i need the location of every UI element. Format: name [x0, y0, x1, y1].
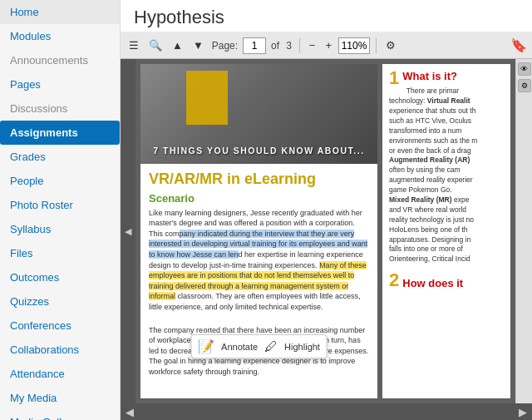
- sidebar-item-syllabus[interactable]: Syllabus: [0, 217, 120, 241]
- sidebar-item-attendance[interactable]: Attendance: [0, 362, 120, 386]
- pdf-bottom-nav: ◀ ▶: [121, 403, 532, 420]
- pdf-pages: 7 THINGS YOU SHOULD KNOW ABOUT... VR/AR/…: [135, 59, 515, 403]
- sidebar-item-media-gallery[interactable]: Media Gallery: [0, 410, 120, 420]
- sidebar-item-home[interactable]: Home: [0, 0, 120, 24]
- next-page-btn[interactable]: ▼: [190, 37, 207, 53]
- highlight-button[interactable]: Highlight: [284, 342, 320, 352]
- page-of-label: of: [271, 40, 279, 52]
- right-section-2-heading: How does it: [402, 276, 463, 291]
- right-section-1-number: 1: [389, 69, 399, 87]
- right-section-2-heading-wrap: 2 How does it: [389, 271, 504, 294]
- sidebar-item-quizzes[interactable]: Quizzes: [0, 289, 120, 314]
- pdf-side-panel: 👁 ⚙: [515, 59, 532, 403]
- prev-page-btn[interactable]: ▲: [169, 37, 186, 53]
- page-header-title: 7 THINGS YOU SHOULD KNOW ABOUT...: [140, 146, 377, 156]
- sidebar-item-photo-roster[interactable]: Photo Roster: [0, 193, 120, 217]
- pdf-scroll-left[interactable]: ◀: [121, 59, 135, 403]
- right-section-1-heading: What is it?: [389, 69, 504, 84]
- sidebar-item-pages[interactable]: Pages: [0, 72, 120, 96]
- search-btn[interactable]: 🔍: [145, 37, 165, 53]
- right-page-content: 1 What is it? There are primartechnology…: [382, 64, 510, 398]
- sidebar-item-grades[interactable]: Grades: [0, 145, 120, 169]
- page-total: 3: [286, 40, 292, 52]
- scenario-text-p3: classroom. They are often employees with…: [149, 292, 360, 311]
- eye-btn[interactable]: 👁: [518, 62, 531, 76]
- yellow-rectangle: [186, 71, 228, 125]
- sidebar-item-my-media[interactable]: My Media: [0, 386, 120, 410]
- main-content: Hypothesis ☰ 🔍 ▲ ▼ Page: 1 of 3 − + 110%…: [121, 0, 532, 420]
- highlight-icon: 🖊: [264, 339, 278, 354]
- annotation-popup: 📝 Annotate 🖊 Highlight: [190, 334, 328, 358]
- side-settings-btn[interactable]: ⚙: [518, 79, 531, 92]
- zoom-input[interactable]: 110%: [338, 37, 370, 54]
- settings-btn[interactable]: ⚙: [382, 37, 399, 53]
- right-section-1: 1 What is it? There are primartechnology…: [389, 69, 504, 264]
- bookmark-btn[interactable]: 🔖: [510, 37, 527, 53]
- zoom-out-btn[interactable]: −: [306, 37, 319, 53]
- scenario-title: Scenario: [149, 192, 369, 205]
- sidebar-item-modules[interactable]: Modules: [0, 24, 120, 48]
- scenario-text: Like many learning designers, Jesse rece…: [149, 208, 369, 313]
- sidebar-toggle-btn[interactable]: ☰: [126, 37, 142, 53]
- pdf-toolbar: ☰ 🔍 ▲ ▼ Page: 1 of 3 − + 110% ⚙ 🔖: [121, 32, 532, 59]
- page-header-image: 7 THINGS YOU SHOULD KNOW ABOUT...: [140, 64, 377, 164]
- sidebar-item-files[interactable]: Files: [0, 241, 120, 265]
- sidebar-item-collaborations[interactable]: Collaborations: [0, 338, 120, 362]
- pdf-viewer: ☰ 🔍 ▲ ▼ Page: 1 of 3 − + 110% ⚙ 🔖: [121, 32, 532, 420]
- annotate-button[interactable]: Annotate: [221, 342, 258, 352]
- page-title-bar: Hypothesis: [121, 0, 532, 32]
- bottom-right-arrow[interactable]: ▶: [519, 406, 527, 418]
- page-input[interactable]: 1: [243, 37, 266, 54]
- app-container: HomeModulesAnnouncementsPagesDiscussions…: [0, 0, 532, 420]
- sidebar-item-announcements[interactable]: Announcements: [0, 48, 120, 72]
- sidebar-item-discussions[interactable]: Discussions: [0, 96, 120, 121]
- sidebar-item-people[interactable]: People: [0, 169, 120, 193]
- right-section-2-number: 2: [389, 271, 399, 289]
- zoom-in-btn[interactable]: +: [322, 37, 335, 53]
- toolbar-sep-2: [376, 38, 377, 53]
- sidebar-item-assignments[interactable]: Assignments: [0, 121, 120, 145]
- annotate-label: Annotate: [221, 342, 258, 352]
- pdf-content-area: ◀ 7 THINGS YOU SHOULD KNOW ABOUT... VR/A…: [121, 59, 532, 403]
- annotate-icon: 📝: [198, 338, 214, 354]
- sidebar-item-outcomes[interactable]: Outcomes: [0, 265, 120, 289]
- sidebar: HomeModulesAnnouncementsPagesDiscussions…: [0, 0, 121, 420]
- pdf-page-right: 1 What is it? There are primartechnology…: [382, 64, 510, 398]
- bottom-left-arrow[interactable]: ◀: [126, 406, 134, 418]
- sidebar-item-conferences[interactable]: Conferences: [0, 314, 120, 338]
- scenario-text-p3b: se.: [313, 303, 323, 311]
- page-title: Hypothesis: [134, 7, 519, 28]
- left-arrow-icon: ◀: [125, 226, 131, 237]
- page-main-title: VR/AR/MR in eLearning: [140, 164, 377, 192]
- toolbar-sep-1: [299, 38, 300, 53]
- highlight-label: Highlight: [284, 342, 320, 352]
- right-section-1-text: There are primartechnology: Virtual Real…: [389, 86, 504, 264]
- pdf-page-left: 7 THINGS YOU SHOULD KNOW ABOUT... VR/AR/…: [140, 64, 377, 398]
- page-label: Page:: [212, 40, 238, 52]
